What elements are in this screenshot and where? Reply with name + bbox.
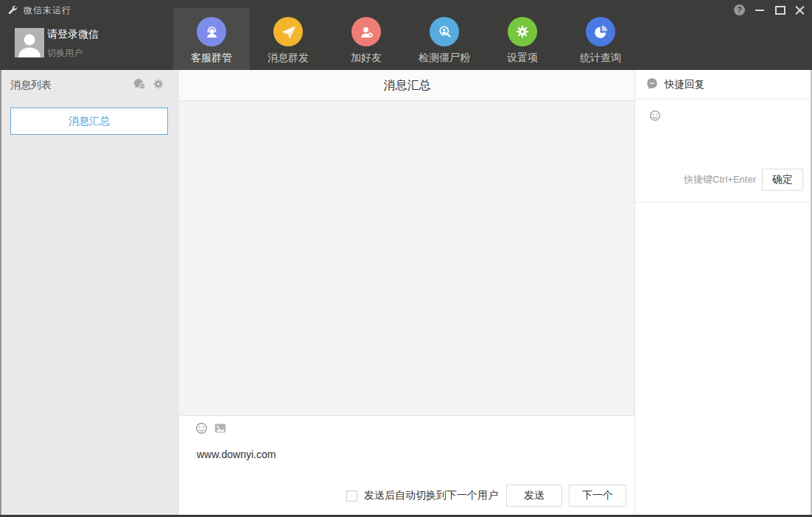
composer-actions: 发送后自动切换到下一个用户 发送 下一个: [346, 485, 626, 507]
auto-switch-checkbox[interactable]: [346, 490, 357, 502]
headset-agent-icon: [197, 17, 226, 46]
nav-label: 统计查询: [580, 52, 621, 65]
nav-item-customer-service[interactable]: 客服群管: [173, 8, 250, 70]
emoji-icon[interactable]: [649, 110, 661, 122]
composer-toolbar: [195, 422, 227, 435]
speech-bubble-icon: [645, 77, 659, 91]
pie-chart-icon: [586, 17, 615, 46]
app-header: 微信未运行 ? 请登录微信 切换用户: [0, 0, 812, 70]
sidebar-settings-icon[interactable]: [152, 77, 165, 91]
close-button[interactable]: [794, 4, 805, 15]
app-window: 微信未运行 ? 请登录微信 切换用户: [0, 0, 812, 517]
sidebar-title: 消息列表: [10, 79, 52, 92]
maximize-button[interactable]: [774, 4, 785, 15]
main-panel: 消息汇总: [179, 70, 635, 517]
message-list-sidebar: [0, 70, 179, 517]
nav-label: 客服群管: [191, 52, 232, 65]
nav-item-settings[interactable]: 设置项: [484, 8, 561, 70]
gear-icon: [508, 17, 537, 46]
window-edge-left: [0, 70, 1, 517]
nav-item-bulk-message[interactable]: 消息群发: [250, 8, 326, 70]
message-summary-button[interactable]: 消息汇总: [10, 108, 168, 135]
avatar[interactable]: [15, 28, 44, 57]
nav-item-detect-zombie-fans[interactable]: 检测僵尸粉: [406, 8, 483, 70]
help-button[interactable]: ?: [734, 4, 745, 15]
search-person-icon: [430, 17, 459, 46]
confirm-button[interactable]: 确定: [762, 169, 803, 191]
quick-reply-footer: 快捷键Ctrl+Enter 确定: [684, 169, 803, 191]
quick-reply-title: 快捷回复: [665, 70, 704, 99]
window-controls: ?: [734, 3, 805, 16]
message-summary-content: [179, 101, 635, 416]
main-header-title: 消息汇总: [179, 70, 635, 101]
paper-plane-icon: [273, 17, 303, 46]
send-button[interactable]: 发送: [506, 485, 562, 507]
nav-item-add-friend[interactable]: 加好友: [328, 8, 405, 70]
chat-mute-icon[interactable]: [133, 77, 147, 91]
window-title: 微信未运行: [24, 4, 71, 17]
next-user-button[interactable]: 下一个: [569, 485, 626, 507]
shortcut-hint: 快捷键Ctrl+Enter: [684, 173, 756, 186]
image-icon[interactable]: [214, 422, 227, 435]
auto-switch-label: 发送后自动切换到下一个用户: [364, 489, 498, 502]
emoji-icon[interactable]: [195, 422, 208, 435]
message-input[interactable]: www.downyi.com: [197, 449, 276, 460]
quick-reply-section: 快捷回复 快捷键Ctrl+Enter 确定: [635, 70, 812, 203]
switch-user-link[interactable]: 切换用户: [47, 47, 83, 60]
message-composer: www.downyi.com 发送后自动切换到下一个用户 发送 下一个: [179, 415, 635, 517]
nav-label: 加好友: [351, 52, 382, 65]
login-status-text: 请登录微信: [47, 28, 99, 41]
quick-reply-panel: 快捷回复 快捷键Ctrl+Enter 确定: [634, 70, 812, 517]
person-add-icon: [351, 17, 381, 46]
nav-label: 消息群发: [267, 52, 309, 65]
minimize-button[interactable]: [755, 4, 765, 15]
nav-label: 检测僵尸粉: [419, 52, 470, 65]
nav-item-statistics[interactable]: 统计查询: [562, 8, 639, 70]
nav-label: 设置项: [507, 52, 538, 65]
quick-reply-header: 快捷回复: [635, 70, 812, 99]
wrench-icon: [7, 4, 18, 15]
